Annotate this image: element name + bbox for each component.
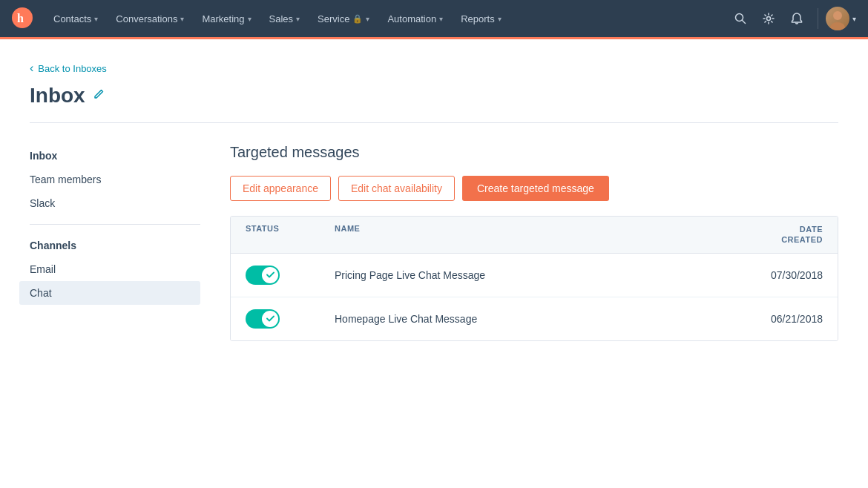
topnav-links: Contacts ▾ Conversations ▾ Marketing ▾ S… (45, 0, 727, 37)
section-title: Targeted messages (230, 144, 838, 161)
row-2-name: Homepage Live Chat Message (335, 313, 726, 325)
chevron-down-icon: ▾ (498, 15, 502, 23)
topnav-link-reports[interactable]: Reports ▾ (452, 0, 510, 37)
sidebar-divider (30, 224, 200, 225)
chevron-down-icon: ▾ (296, 15, 300, 23)
topnav-link-automation[interactable]: Automation ▾ (378, 0, 452, 37)
row-1-status[interactable] (246, 266, 335, 285)
chevron-down-icon: ▾ (94, 15, 98, 23)
table-row[interactable]: Homepage Live Chat Message 06/21/2018 (231, 297, 838, 340)
row-1-date: 07/30/2018 (726, 269, 823, 281)
svg-line-3 (743, 21, 746, 24)
svg-point-6 (830, 22, 845, 30)
sidebar-item-inbox[interactable]: Inbox (30, 144, 200, 168)
user-avatar[interactable] (826, 7, 849, 30)
chevron-down-icon: ▾ (439, 15, 443, 23)
user-avatar-chevron[interactable]: ▾ (852, 15, 856, 23)
chevron-down-icon: ▾ (366, 15, 369, 23)
toggle-switch[interactable] (246, 309, 280, 329)
topnav-link-conversations[interactable]: Conversations ▾ (107, 0, 193, 37)
svg-point-5 (833, 11, 842, 20)
svg-point-4 (767, 17, 771, 21)
sidebar-item-team-members[interactable]: Team members (30, 168, 200, 191)
lock-icon: 🔒 (352, 14, 363, 24)
svg-text:h: h (17, 12, 24, 24)
top-navigation: h Contacts ▾ Conversations ▾ Marketing ▾… (0, 0, 868, 37)
topnav-link-service[interactable]: Service 🔒 ▾ (309, 0, 378, 37)
notifications-button[interactable] (783, 5, 810, 32)
toggle-switch[interactable] (246, 266, 280, 285)
hubspot-logo[interactable]: h (12, 7, 33, 30)
topnav-right-icons: ▾ (727, 5, 856, 32)
row-2-status[interactable] (246, 309, 335, 329)
col-header-status: STATUS (246, 224, 335, 245)
toggle-knob (262, 267, 278, 283)
sidebar: Inbox Team members Slack Channels Email … (30, 144, 200, 341)
create-targeted-message-button[interactable]: Create targeted message (462, 176, 609, 201)
breadcrumb[interactable]: ‹ Back to Inboxes (30, 62, 838, 75)
edit-chat-availability-button[interactable]: Edit chat availability (338, 176, 455, 201)
row-1-name: Pricing Page Live Chat Message (335, 269, 726, 281)
topnav-link-marketing[interactable]: Marketing ▾ (193, 0, 260, 37)
action-buttons-row: Edit appearance Edit chat availability C… (230, 176, 838, 201)
col-header-date-created: DATECREATED (726, 224, 823, 245)
row-2-date: 06/21/2018 (726, 313, 823, 325)
table-header: STATUS NAME DATECREATED (231, 217, 838, 254)
topnav-link-contacts[interactable]: Contacts ▾ (45, 0, 107, 37)
topnav-divider (818, 8, 818, 29)
topnav-link-sales[interactable]: Sales ▾ (260, 0, 309, 37)
sidebar-item-slack[interactable]: Slack (30, 191, 200, 215)
settings-button[interactable] (755, 5, 782, 32)
page-divider (30, 122, 838, 123)
table-row[interactable]: Pricing Page Live Chat Message 07/30/201… (231, 254, 838, 297)
sidebar-channels-label: Channels (30, 234, 200, 257)
edit-title-icon[interactable] (93, 88, 105, 103)
page-title: Inbox (30, 84, 85, 108)
messages-table: STATUS NAME DATECREATED (230, 216, 838, 341)
back-arrow-icon: ‹ (30, 62, 33, 75)
sidebar-item-email[interactable]: Email (30, 257, 200, 281)
toggle-knob (262, 311, 278, 327)
col-header-name: NAME (335, 224, 726, 245)
chevron-down-icon: ▾ (248, 15, 251, 23)
content-area: Targeted messages Edit appearance Edit c… (230, 144, 838, 341)
search-button[interactable] (727, 5, 754, 32)
edit-appearance-button[interactable]: Edit appearance (230, 176, 331, 201)
chevron-down-icon: ▾ (180, 15, 184, 23)
sidebar-item-chat[interactable]: Chat (19, 281, 200, 305)
